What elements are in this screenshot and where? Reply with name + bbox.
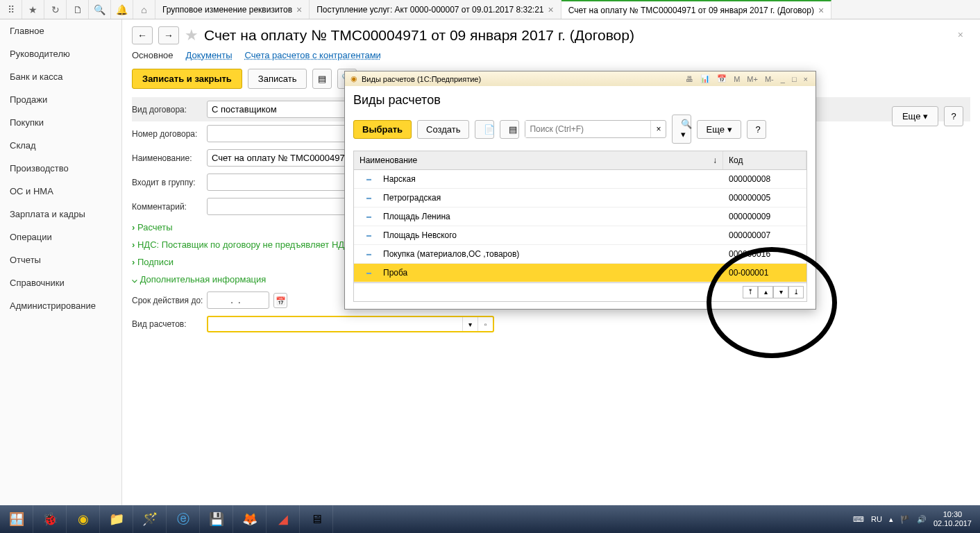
tray-lang[interactable]: RU bbox=[871, 515, 882, 523]
tb-app-1[interactable]: 🐞 bbox=[33, 505, 67, 533]
nomer-input[interactable] bbox=[207, 125, 354, 142]
more-button[interactable]: Еще ▾ bbox=[892, 106, 938, 126]
sidebar-item[interactable]: Продажи bbox=[0, 88, 121, 111]
close-icon[interactable]: × bbox=[818, 5, 824, 16]
subnav-counter[interactable]: Счета расчетов с контрагентами bbox=[245, 50, 381, 60]
sidebar-item[interactable]: Операции bbox=[0, 226, 121, 248]
star-icon[interactable]: ★ bbox=[185, 26, 198, 44]
taskbar: 🪟 🐞 ◉ 📁 🪄 ⓔ 💾 🦊 ◢ 🖥 ⌨ RU ▴ 🏴 🔊 10:30 02.… bbox=[0, 505, 980, 533]
tb-firefox[interactable]: 🦊 bbox=[233, 505, 267, 533]
sidebar-item[interactable]: Зарплата и кадры bbox=[0, 203, 121, 226]
col-name[interactable]: Наименование↓ bbox=[354, 151, 723, 169]
help-button[interactable]: ? bbox=[944, 106, 963, 126]
naim-input[interactable] bbox=[207, 149, 354, 167]
srok-input[interactable] bbox=[207, 291, 269, 309]
open-dialog-icon[interactable]: ▫ bbox=[478, 317, 493, 331]
last-icon[interactable]: ⤓ bbox=[788, 286, 804, 298]
tray-keyboard-icon[interactable]: ⌨ bbox=[853, 515, 864, 524]
vid-dogovora-input[interactable] bbox=[207, 101, 354, 118]
sort-icon: ↓ bbox=[713, 155, 717, 165]
subnav-main[interactable]: Основное bbox=[132, 50, 174, 60]
find-button[interactable]: 🔍▾ bbox=[672, 115, 691, 144]
top-bar: ⠿ ★ ↻ 🗋 🔍 🔔 ⌂ Групповое изменение реквиз… bbox=[0, 0, 980, 19]
sidebar-item[interactable]: ОС и НМА bbox=[0, 180, 121, 203]
down-icon[interactable]: ▾ bbox=[773, 286, 788, 298]
forward-button[interactable]: → bbox=[158, 26, 179, 44]
m-plus-button[interactable]: M+ bbox=[745, 75, 760, 83]
up-icon[interactable]: ▴ bbox=[758, 286, 773, 298]
vid-dogovora-label: Вид договора: bbox=[132, 105, 207, 115]
table-row[interactable]: Площадь Невского000000007 bbox=[354, 226, 806, 245]
print-icon[interactable]: 🖶 bbox=[684, 75, 695, 83]
bell-icon[interactable]: 🔔 bbox=[111, 0, 133, 19]
search-input[interactable] bbox=[525, 121, 650, 137]
maximize-icon[interactable]: □ bbox=[790, 75, 799, 83]
calendar-icon[interactable]: 📅 bbox=[715, 74, 729, 83]
history-icon[interactable]: ↻ bbox=[44, 0, 67, 19]
favorite-icon[interactable]: ★ bbox=[22, 0, 44, 19]
tb-app-4[interactable]: 🪄 bbox=[133, 505, 167, 533]
m-button[interactable]: M bbox=[732, 75, 742, 83]
tray-clock[interactable]: 10:30 02.10.2017 bbox=[933, 510, 972, 528]
table-row[interactable]: Проба00-000001 bbox=[354, 264, 806, 282]
doc-icon[interactable]: ▤ bbox=[312, 69, 332, 89]
close-icon[interactable]: × bbox=[802, 75, 810, 83]
apps-icon[interactable]: ⠿ bbox=[0, 0, 22, 19]
col-code[interactable]: Код bbox=[723, 151, 806, 169]
tray-flag-icon[interactable]: 🏴 bbox=[900, 515, 910, 524]
tray-volume-icon[interactable]: 🔊 bbox=[917, 515, 927, 524]
calendar-icon[interactable]: 📅 bbox=[273, 293, 287, 308]
tab-3[interactable]: Счет на оплату № ТМС00004971 от 09 январ… bbox=[561, 0, 831, 19]
home-icon[interactable]: ⌂ bbox=[133, 0, 155, 19]
sidebar-item[interactable]: Руководителю bbox=[0, 42, 121, 65]
subnav-docs[interactable]: Документы bbox=[186, 50, 233, 60]
tb-save-icon[interactable]: 💾 bbox=[200, 505, 233, 533]
tb-monitor[interactable]: 🖥 bbox=[300, 505, 333, 533]
save-close-button[interactable]: Записать и закрыть bbox=[132, 69, 242, 89]
table-row[interactable]: Петроградская000000005 bbox=[354, 189, 806, 208]
clipboard-icon[interactable]: 🗋 bbox=[67, 0, 89, 19]
minimize-icon[interactable]: _ bbox=[779, 75, 787, 83]
tab-1[interactable]: Групповое изменение реквизитов× bbox=[155, 0, 310, 19]
tray-up-icon[interactable]: ▴ bbox=[889, 515, 893, 524]
sidebar-item[interactable]: Покупки bbox=[0, 111, 121, 134]
sidebar-item[interactable]: Главное bbox=[0, 19, 121, 42]
search-icon[interactable]: 🔍 bbox=[89, 0, 111, 19]
table-row[interactable]: Покупка (материалов,ОС ,товаров)00000001… bbox=[354, 245, 806, 264]
tab-2[interactable]: Поступление услуг: Акт 0000-000007 от 09… bbox=[310, 0, 561, 19]
tb-app-2[interactable]: ◉ bbox=[67, 505, 100, 533]
vid-rasch-label: Вид расчетов: bbox=[132, 319, 207, 329]
tb-explorer[interactable]: 📁 bbox=[100, 505, 133, 533]
table-row[interactable]: Площадь Ленина000000009 bbox=[354, 208, 806, 226]
clear-search-icon[interactable]: × bbox=[650, 121, 666, 137]
create-button[interactable]: Создать bbox=[417, 120, 469, 139]
sidebar-item[interactable]: Отчеты bbox=[0, 248, 121, 271]
first-icon[interactable]: ⤒ bbox=[743, 286, 758, 298]
page-close-icon[interactable]: × bbox=[958, 29, 963, 40]
sidebar-item[interactable]: Банк и касса bbox=[0, 65, 121, 88]
sidebar-item[interactable]: Администрирование bbox=[0, 294, 121, 317]
new-group-icon[interactable]: 📄 bbox=[475, 120, 494, 139]
save-button[interactable]: Записать bbox=[248, 69, 307, 89]
list-icon[interactable]: ▤ bbox=[500, 120, 519, 139]
modal-help-button[interactable]: ? bbox=[747, 120, 766, 139]
back-button[interactable]: ← bbox=[132, 26, 153, 44]
comment-input[interactable] bbox=[207, 198, 354, 215]
vid-rasch-input[interactable]: ▾ ▫ bbox=[207, 316, 494, 332]
modal-more-button[interactable]: Еще ▾ bbox=[697, 120, 741, 139]
select-button[interactable]: Выбрать bbox=[353, 120, 412, 139]
start-button[interactable]: 🪟 bbox=[0, 505, 33, 533]
m-minus-button[interactable]: M- bbox=[763, 75, 776, 83]
group-input[interactable] bbox=[207, 174, 354, 191]
calc-icon[interactable]: 📊 bbox=[698, 74, 712, 83]
close-icon[interactable]: × bbox=[548, 4, 554, 15]
tb-adobe[interactable]: ◢ bbox=[267, 505, 300, 533]
sidebar-item[interactable]: Справочники bbox=[0, 271, 121, 294]
dropdown-icon[interactable]: ▾ bbox=[462, 317, 478, 331]
table-row[interactable]: Нарская000000008 bbox=[354, 170, 806, 189]
sidebar-item[interactable]: Склад bbox=[0, 134, 121, 157]
sidebar: Главное Руководителю Банк и касса Продаж… bbox=[0, 19, 122, 505]
tb-ie[interactable]: ⓔ bbox=[167, 505, 200, 533]
close-icon[interactable]: × bbox=[296, 4, 302, 15]
sidebar-item[interactable]: Производство bbox=[0, 157, 121, 180]
